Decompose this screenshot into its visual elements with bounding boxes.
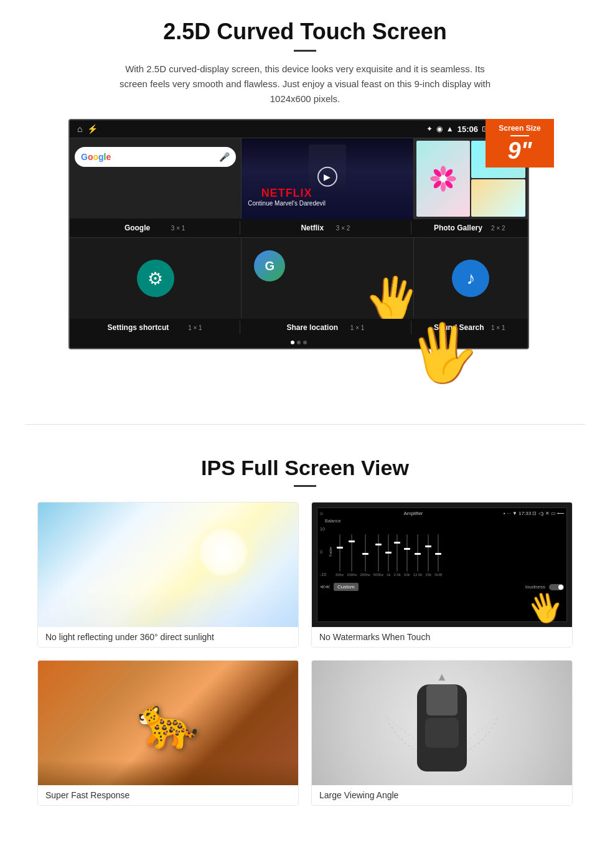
settings-widget[interactable]: ⚙ — [70, 238, 241, 319]
google-widget-cell[interactable]: Google 🎤 — [70, 138, 242, 219]
section-ips: IPS Full Screen View No light reflecting… — [0, 443, 610, 824]
custom-btn[interactable]: Custom — [334, 583, 359, 591]
loudness-label: loudness — [362, 584, 545, 590]
eq-track-4 — [378, 534, 379, 572]
eq-10: 10 — [320, 527, 326, 531]
settings-title: Settings shortcut — [108, 323, 169, 332]
eq-track-8 — [417, 534, 418, 572]
section2-title: IPS Full Screen View — [37, 456, 573, 480]
badge-divider — [510, 135, 529, 136]
status-time: 15:06 — [458, 125, 478, 134]
netflix-title: Netflix — [301, 224, 324, 232]
eq-track-9 — [428, 534, 429, 572]
sound-search-cell[interactable]: ♪ — [414, 238, 528, 318]
widget-row-1: Google 🎤 ▶ NETFL — [70, 138, 528, 219]
share-location-cell[interactable]: G 🖐 — [242, 238, 413, 318]
car-caption: Large Viewing Angle — [312, 785, 572, 805]
netflix-size: 3 × 2 — [326, 225, 350, 232]
eq-sliders: Fader 60hz — [329, 527, 442, 577]
amp-labels: Balance — [325, 519, 564, 523]
eq-freq-9: 15k — [425, 573, 431, 577]
car-direction-arrow: ▲ — [436, 671, 448, 684]
svg-point-2 — [441, 182, 446, 192]
eq-freq-7: 10k — [404, 573, 410, 577]
eq-freq-3: 200hz — [360, 573, 370, 577]
eq-handle-8 — [415, 553, 421, 555]
google-title: Google — [124, 224, 150, 232]
sunlight-caption: No light reflecting under 360° direct su… — [38, 627, 298, 647]
car-top-view: ▲ — [417, 675, 467, 771]
feature-amplifier: ⌂ Amplifier ▪ ··· ▼ 17:33 ⊡ ◁) ✕ ▭ ⟵ Bal… — [311, 502, 573, 648]
eq-track-7 — [406, 534, 408, 572]
android-screen: ⌂ ⚡ ✦ ◉ ▲ 15:06 ⊡ ◁) ✕ ▭ — [68, 119, 529, 349]
amp-bottom-controls: ≪≪ Custom loudness — [320, 583, 564, 591]
feature-sunlight: No light reflecting under 360° direct su… — [37, 502, 299, 648]
widget-labels-row1: Google 3 × 1 Netflix 3 × 2 Photo Gallery… — [70, 219, 528, 237]
photo-thumb-1 — [416, 141, 471, 217]
eq-slider-4: 500hz — [373, 534, 383, 577]
google-logo: Google — [81, 152, 111, 162]
eq-minus10: -10 — [320, 572, 326, 577]
share-location-widget[interactable]: G 🖐 — [242, 238, 413, 319]
settings-label: Settings shortcut 1 × 1 — [70, 321, 240, 334]
eq-handle-9 — [425, 545, 431, 547]
feature-cheetah: 🐆 Super Fast Response — [37, 660, 299, 806]
features-grid: No light reflecting under 360° direct su… — [37, 502, 573, 806]
sound-search-widget[interactable]: ♪ — [414, 238, 528, 319]
eq-handle-7 — [404, 548, 410, 550]
eq-0: 0 — [320, 550, 326, 554]
amp-time: ▪ ··· ▼ 17:33 ⊡ ◁) ✕ ▭ ⟵ — [504, 511, 564, 516]
ground-shadow — [38, 760, 298, 785]
settings-icon: ⚙ — [137, 260, 174, 297]
maps-g-icon: G — [254, 250, 285, 281]
eq-handle-2 — [349, 540, 355, 542]
eq-fader-label: Fader — [329, 547, 332, 557]
section1-title: 2.5D Curved Touch Screen — [37, 19, 573, 45]
eq-handle-3 — [362, 553, 368, 555]
eq-freq-10: SUB — [434, 573, 442, 577]
status-bar: ⌂ ⚡ ✦ ◉ ▲ 15:06 ⊡ ◁) ✕ ▭ — [70, 120, 528, 138]
hand-pointing-icon: 🖐 — [361, 270, 413, 319]
home-icon[interactable]: ⌂ — [77, 124, 82, 134]
amp-home: ⌂ — [320, 511, 323, 516]
cheetah-emoji: 🐆 — [137, 694, 199, 752]
badge-number: 9" — [507, 138, 532, 164]
eq-freq-2: 100hz — [347, 573, 357, 577]
google-label: Google 3 × 1 — [70, 221, 240, 235]
bluetooth-icon: ✦ — [426, 125, 433, 133]
widget-row-2: ⚙ G 🖐 ♪ — [70, 237, 528, 318]
photo-thumb-3 — [471, 179, 525, 217]
amp-title-text: Amplifier — [403, 511, 423, 516]
eq-track-1 — [339, 534, 340, 572]
amplifier-caption: No Watermarks When Touch — [312, 627, 572, 647]
eq-slider-3: 200hz — [360, 534, 370, 577]
google-search-bar[interactable]: Google 🎤 — [75, 147, 236, 167]
car-body: ▲ — [417, 684, 467, 771]
eq-track-6 — [396, 534, 398, 572]
eq-handle-4 — [375, 544, 382, 545]
settings-widget-cell[interactable]: ⚙ — [70, 238, 242, 318]
netflix-widget-cell[interactable]: ▶ NETFLIX Continue Marvel's Daredevil — [242, 138, 413, 219]
eq-freq-5: 1k — [387, 573, 390, 577]
amplifier-image: ⌂ Amplifier ▪ ··· ▼ 17:33 ⊡ ◁) ✕ ▭ ⟵ Bal… — [312, 502, 572, 627]
google-size: 3 × 1 — [152, 225, 185, 232]
music-note-icon: ♪ — [452, 260, 489, 297]
eq-slider-6: 2.5k — [394, 534, 401, 577]
section1-description: With 2.5D curved-display screen, this de… — [112, 62, 498, 106]
wifi-icon: ▲ — [446, 125, 454, 133]
eq-sliders-group: 60hz 100hz — [336, 527, 442, 577]
mic-icon[interactable]: 🎤 — [219, 152, 230, 162]
eq-freq-6: 2.5k — [394, 573, 401, 577]
usb-icon: ⚡ — [87, 124, 98, 134]
car-windshield — [426, 684, 458, 715]
netflix-label: Netflix 3 × 2 — [240, 221, 411, 235]
svg-point-4 — [447, 176, 456, 181]
sunlight-image — [38, 502, 298, 627]
badge-label: Screen Size — [492, 124, 548, 133]
netflix-play-button[interactable]: ▶ — [317, 167, 337, 187]
amp-balance-label: Balance — [325, 519, 340, 523]
section-divider — [25, 424, 585, 425]
netflix-widget[interactable]: ▶ NETFLIX Continue Marvel's Daredevil — [242, 138, 413, 219]
eq-handle-5 — [385, 552, 392, 554]
status-left: ⌂ ⚡ — [77, 124, 98, 134]
